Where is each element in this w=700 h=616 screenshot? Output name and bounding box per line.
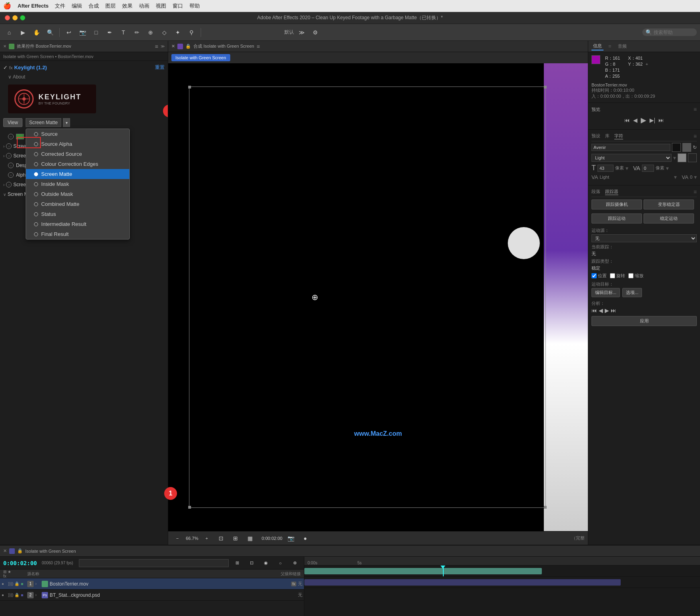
shape-tool[interactable]: □ bbox=[90, 27, 102, 38]
clone-tool[interactable]: ⊕ bbox=[145, 27, 157, 38]
analyze-prev[interactable]: ◀ bbox=[599, 307, 603, 314]
options-button[interactable]: 选项... bbox=[622, 288, 642, 297]
handle-br[interactable] bbox=[544, 506, 547, 509]
pen-tool[interactable]: ✒ bbox=[104, 27, 116, 38]
timeline-btn-4[interactable]: ○ bbox=[274, 558, 286, 569]
layer-2-solo-icon[interactable]: ● bbox=[2, 593, 6, 597]
settings-button[interactable]: ⚙ bbox=[309, 27, 321, 38]
preview-first-frame[interactable]: ⏮ bbox=[624, 117, 630, 123]
alpha-bias-stopwatch[interactable]: ○ bbox=[8, 172, 14, 178]
despill-bias-stopwatch[interactable]: ○ bbox=[8, 163, 14, 168]
dropdown-item-colour-correction[interactable]: Colour Correction Edges bbox=[26, 159, 129, 169]
view-button[interactable]: View bbox=[3, 118, 22, 127]
layer-row-1[interactable]: ● )))) 🔒 ■ 1 › BostonTerrier.mov fx 无 bbox=[0, 578, 304, 590]
comp-camera-icon[interactable]: 📷 bbox=[285, 533, 297, 544]
dropdown-item-combined-matte[interactable]: Combined Matte bbox=[26, 199, 129, 209]
comp-zoom-level[interactable]: 66.7% bbox=[186, 536, 198, 541]
edit-target-button[interactable]: 编辑目标... bbox=[591, 288, 620, 297]
screen-preblur-stopwatch[interactable]: ○ bbox=[6, 182, 12, 187]
analyze-last[interactable]: ⏭ bbox=[611, 307, 616, 314]
tab-info[interactable]: 信息 bbox=[591, 42, 603, 50]
search-input[interactable] bbox=[654, 30, 694, 35]
playhead-line[interactable] bbox=[443, 566, 444, 576]
font-secondary-swatch[interactable] bbox=[688, 153, 697, 162]
eyedropper-icon[interactable] bbox=[672, 143, 681, 152]
minimize-button[interactable] bbox=[12, 15, 18, 20]
menu-layer[interactable]: 图层 bbox=[105, 2, 116, 10]
effect-reset-button[interactable]: 重置 bbox=[155, 64, 165, 71]
comp-tab-active[interactable]: Isolate with Green Screen bbox=[171, 54, 230, 61]
layer-2-lock-icon[interactable]: 🔒 bbox=[14, 593, 19, 597]
tab-audio[interactable]: 音频 bbox=[616, 42, 628, 50]
keyframe-bar-2[interactable] bbox=[304, 579, 621, 586]
comp-zoom-in[interactable]: + bbox=[201, 533, 213, 544]
scale-checkbox[interactable] bbox=[628, 273, 634, 278]
apply-button[interactable]: 应用 bbox=[591, 316, 697, 326]
hand-tool[interactable]: ✋ bbox=[30, 27, 42, 38]
track-motion-button[interactable]: 跟踪运动 bbox=[591, 213, 642, 223]
comp-fit-button[interactable]: ⊡ bbox=[215, 533, 227, 544]
keyframe-bar-1[interactable] bbox=[304, 568, 542, 574]
comp-zoom-out[interactable]: − bbox=[171, 533, 183, 544]
layer-2-audio-icon[interactable]: )))) bbox=[8, 593, 13, 597]
apple-logo-icon[interactable]: 🍎 bbox=[3, 2, 11, 10]
effect-enable-checkbox[interactable]: ✓ bbox=[3, 64, 8, 70]
preview-last-frame[interactable]: ⏭ bbox=[658, 117, 664, 123]
font-color-swatch[interactable] bbox=[678, 153, 686, 162]
menu-edit[interactable]: 编辑 bbox=[72, 2, 82, 10]
dropdown-item-corrected-source[interactable]: Corrected Source bbox=[26, 149, 129, 159]
menu-file[interactable]: 文件 bbox=[55, 2, 65, 10]
font-style-select[interactable]: Light bbox=[591, 154, 672, 162]
menu-aftereffects[interactable]: After Effects bbox=[18, 3, 48, 9]
eraser-tool[interactable]: ◇ bbox=[158, 27, 170, 38]
menu-effect[interactable]: 效果 bbox=[122, 2, 133, 10]
tab-tracker[interactable]: 跟踪器 bbox=[605, 189, 618, 195]
layer-1-label-icon[interactable]: ■ bbox=[21, 582, 26, 586]
position-checkbox[interactable] bbox=[591, 273, 597, 278]
refresh-button[interactable]: ↻ bbox=[693, 145, 697, 150]
tab-paragraph[interactable]: 段落 bbox=[591, 189, 600, 195]
screen-colour-stopwatch[interactable]: ○ bbox=[8, 134, 14, 139]
analyze-first[interactable]: ⏮ bbox=[591, 307, 597, 314]
motion-source-select[interactable]: 无 bbox=[591, 234, 697, 242]
track-camera-button[interactable]: 跟踪摄像机 bbox=[591, 199, 642, 209]
undo-button[interactable]: ↩ bbox=[63, 27, 75, 38]
handle-tr[interactable] bbox=[544, 86, 547, 89]
close-button[interactable] bbox=[5, 15, 10, 20]
menu-composition[interactable]: 合成 bbox=[89, 2, 99, 10]
puppet-tool[interactable]: ✦ bbox=[172, 27, 184, 38]
preview-play[interactable]: ▶ bbox=[641, 116, 646, 125]
tab-glyphs[interactable]: 字符 bbox=[614, 133, 623, 139]
handle-bl[interactable] bbox=[188, 506, 191, 509]
comp-grid-button[interactable]: ⊞ bbox=[229, 533, 241, 544]
rotation-checkbox[interactable] bbox=[610, 273, 615, 278]
dropdown-item-screen-matte[interactable]: Screen Matte bbox=[26, 169, 129, 179]
layer-1-solo-icon[interactable]: ● bbox=[2, 582, 6, 586]
timeline-btn-3[interactable]: ◉ bbox=[260, 558, 272, 569]
comp-close-button[interactable]: ✕ bbox=[171, 44, 175, 49]
layer-2-label-icon[interactable]: ■ bbox=[21, 593, 26, 597]
tracking-input[interactable] bbox=[642, 165, 654, 172]
comp-viewport[interactable]: ⊕ www.MacZ.com bbox=[168, 63, 588, 531]
comp-channels[interactable]: ● bbox=[299, 533, 311, 544]
panel-options-icon[interactable]: ≫ bbox=[161, 44, 165, 48]
font-size-input[interactable] bbox=[597, 165, 614, 172]
select-tool[interactable]: ▶ bbox=[17, 27, 29, 38]
maximize-button[interactable] bbox=[20, 15, 25, 20]
panel-close-button[interactable]: ✕ bbox=[3, 44, 6, 48]
menu-window[interactable]: 窗口 bbox=[173, 2, 183, 10]
dropdown-item-outside-mask[interactable]: Outside Mask bbox=[26, 189, 129, 199]
tab-library[interactable]: 库 bbox=[605, 133, 609, 139]
home-button[interactable]: ⌂ bbox=[3, 27, 15, 38]
warp-stabilizer-button[interactable]: 变形稳定器 bbox=[644, 199, 694, 209]
analyze-next[interactable]: ▶ bbox=[605, 307, 609, 314]
pin-tool[interactable]: ⚲ bbox=[185, 27, 197, 38]
layer-2-expand[interactable]: › bbox=[35, 593, 40, 597]
timeline-btn-1[interactable]: ⊞ bbox=[231, 558, 243, 569]
dropdown-item-intermediate[interactable]: Intermediate Result bbox=[26, 219, 129, 229]
screen-balance-stopwatch[interactable]: ○ bbox=[6, 153, 12, 159]
tab-presets[interactable]: 预设 bbox=[591, 133, 600, 139]
camera-tool[interactable]: 📷 bbox=[76, 27, 89, 38]
timeline-search[interactable] bbox=[79, 559, 229, 567]
layer-1-lock-icon[interactable]: 🔒 bbox=[14, 582, 19, 586]
